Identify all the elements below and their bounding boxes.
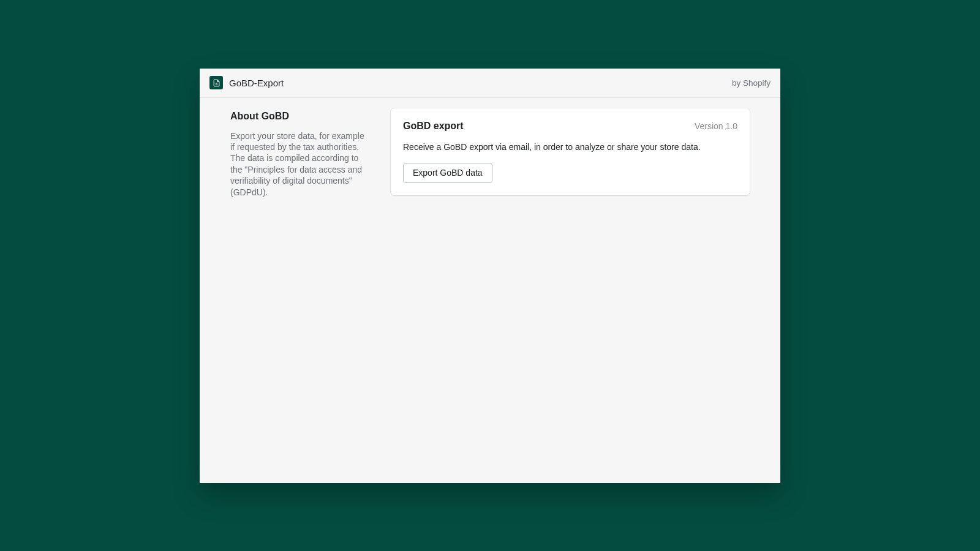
card-description: Receive a GoBD export via email, in orde… [403, 141, 737, 154]
card-header: GoBD export Version 1.0 [403, 121, 737, 132]
app-icon [209, 76, 223, 89]
app-window: GoBD-Export by Shopify About GoBD Export… [200, 69, 780, 483]
app-title: GoBD-Export [229, 78, 284, 88]
export-button[interactable]: Export GoBD data [403, 163, 492, 183]
about-section: About GoBD Export your store data, for e… [209, 108, 370, 198]
export-card: GoBD export Version 1.0 Receive a GoBD e… [391, 108, 750, 196]
card-title: GoBD export [403, 121, 464, 132]
card-version: Version 1.0 [695, 121, 737, 131]
document-icon [213, 79, 221, 87]
header-byline: by Shopify [732, 78, 771, 88]
about-description: Export your store data, for example if r… [230, 130, 370, 198]
about-title: About GoBD [230, 111, 370, 122]
header-left: GoBD-Export [209, 76, 284, 89]
app-header: GoBD-Export by Shopify [200, 69, 780, 98]
content-area: About GoBD Export your store data, for e… [200, 98, 780, 209]
main-section: GoBD export Version 1.0 Receive a GoBD e… [391, 108, 771, 198]
